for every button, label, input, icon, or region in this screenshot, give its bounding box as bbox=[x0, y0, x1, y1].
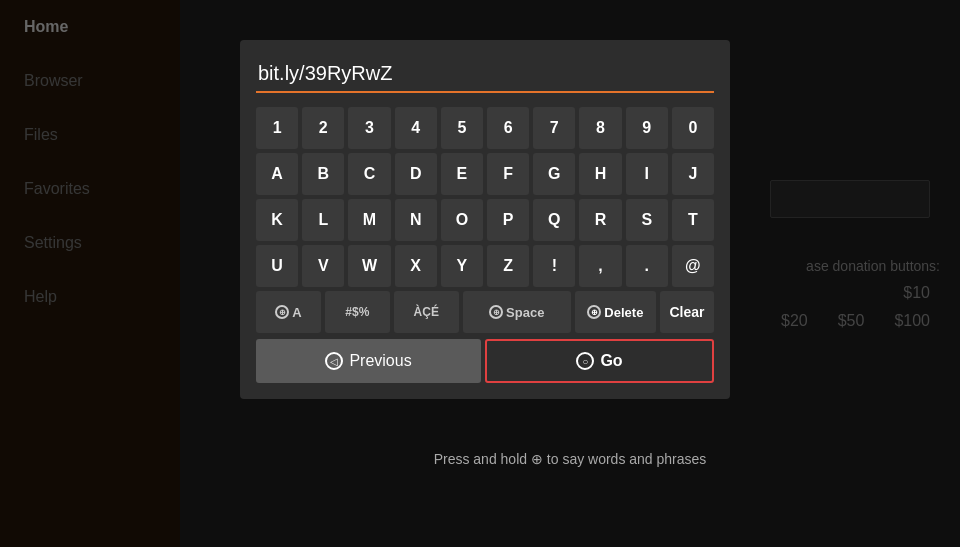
key-a[interactable]: A bbox=[256, 153, 298, 195]
alpha-row-3: U V W X Y Z ! , . @ bbox=[256, 245, 714, 287]
key-2[interactable]: 2 bbox=[302, 107, 344, 149]
key-s[interactable]: S bbox=[626, 199, 668, 241]
keyboard: 1 2 3 4 5 6 7 8 9 0 A B C D E F G H I J … bbox=[256, 107, 714, 333]
key-f[interactable]: F bbox=[487, 153, 529, 195]
key-q[interactable]: Q bbox=[533, 199, 575, 241]
key-l[interactable]: L bbox=[302, 199, 344, 241]
key-b[interactable]: B bbox=[302, 153, 344, 195]
keyboard-modal: 1 2 3 4 5 6 7 8 9 0 A B C D E F G H I J … bbox=[240, 40, 730, 399]
key-t[interactable]: T bbox=[672, 199, 714, 241]
key-period[interactable]: . bbox=[626, 245, 668, 287]
key-exclaim[interactable]: ! bbox=[533, 245, 575, 287]
key-e[interactable]: E bbox=[441, 153, 483, 195]
key-k[interactable]: K bbox=[256, 199, 298, 241]
key-comma[interactable]: , bbox=[579, 245, 621, 287]
key-1[interactable]: 1 bbox=[256, 107, 298, 149]
key-6[interactable]: 6 bbox=[487, 107, 529, 149]
key-j[interactable]: J bbox=[672, 153, 714, 195]
special-row: ⊕ A #$% ÀÇÉ ⊕ Space ⊕ Delete Clear bbox=[256, 291, 714, 333]
key-c[interactable]: C bbox=[348, 153, 390, 195]
alpha-row-1: A B C D E F G H I J bbox=[256, 153, 714, 195]
key-circle-a[interactable]: ⊕ A bbox=[256, 291, 321, 333]
previous-icon: ◁ bbox=[325, 352, 343, 370]
key-u[interactable]: U bbox=[256, 245, 298, 287]
key-accented[interactable]: ÀÇÉ bbox=[394, 291, 459, 333]
key-r[interactable]: R bbox=[579, 199, 621, 241]
key-5[interactable]: 5 bbox=[441, 107, 483, 149]
go-button[interactable]: ○ Go bbox=[485, 339, 714, 383]
key-y[interactable]: Y bbox=[441, 245, 483, 287]
key-m[interactable]: M bbox=[348, 199, 390, 241]
key-space[interactable]: ⊕ Space bbox=[463, 291, 571, 333]
key-x[interactable]: X bbox=[395, 245, 437, 287]
key-symbols[interactable]: #$% bbox=[325, 291, 390, 333]
key-o[interactable]: O bbox=[441, 199, 483, 241]
key-9[interactable]: 9 bbox=[626, 107, 668, 149]
url-input[interactable] bbox=[256, 56, 714, 93]
key-8[interactable]: 8 bbox=[579, 107, 621, 149]
key-at[interactable]: @ bbox=[672, 245, 714, 287]
key-4[interactable]: 4 bbox=[395, 107, 437, 149]
go-icon: ○ bbox=[576, 352, 594, 370]
key-clear[interactable]: Clear bbox=[660, 291, 714, 333]
key-g[interactable]: G bbox=[533, 153, 575, 195]
key-w[interactable]: W bbox=[348, 245, 390, 287]
key-h[interactable]: H bbox=[579, 153, 621, 195]
key-z[interactable]: Z bbox=[487, 245, 529, 287]
key-delete[interactable]: ⊕ Delete bbox=[575, 291, 656, 333]
hint-text: Press and hold ⊕ to say words and phrase… bbox=[180, 451, 960, 467]
key-7[interactable]: 7 bbox=[533, 107, 575, 149]
nav-row: ◁ Previous ○ Go bbox=[256, 339, 714, 383]
key-0[interactable]: 0 bbox=[672, 107, 714, 149]
key-n[interactable]: N bbox=[395, 199, 437, 241]
number-row: 1 2 3 4 5 6 7 8 9 0 bbox=[256, 107, 714, 149]
key-i[interactable]: I bbox=[626, 153, 668, 195]
key-p[interactable]: P bbox=[487, 199, 529, 241]
alpha-row-2: K L M N O P Q R S T bbox=[256, 199, 714, 241]
previous-button[interactable]: ◁ Previous bbox=[256, 339, 481, 383]
key-v[interactable]: V bbox=[302, 245, 344, 287]
key-3[interactable]: 3 bbox=[348, 107, 390, 149]
key-d[interactable]: D bbox=[395, 153, 437, 195]
